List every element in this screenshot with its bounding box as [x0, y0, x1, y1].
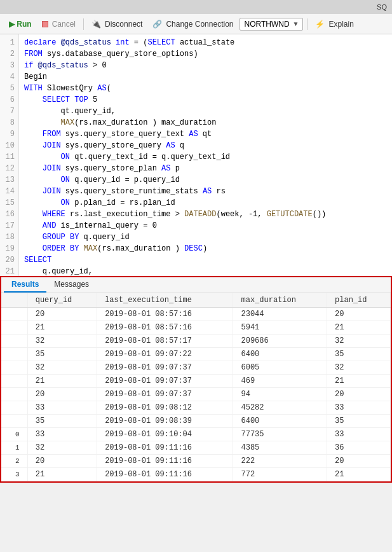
cell-plan-id: 36	[327, 441, 391, 455]
row-num	[1, 348, 27, 361]
cell-last-exec: 2019-08-01 09:11:16	[97, 455, 233, 468]
cell-query-id: 32	[27, 441, 97, 455]
toolbar: ▶ Run Cancel 🔌 Disconnect 🔗 Change Conne…	[0, 14, 392, 34]
table-row: 35 2019-08-01 09:08:39 6400 35	[1, 415, 391, 428]
explain-label: Explain	[328, 20, 353, 29]
cell-query-id: 32	[27, 361, 97, 375]
disconnect-button[interactable]: 🔌 Disconnect	[88, 18, 146, 30]
cell-max-dur: 469	[233, 375, 327, 388]
results-table-container[interactable]: query_id last_execution_time max_duratio…	[1, 293, 391, 481]
table-row: 3 21 2019-08-01 09:11:16 772 21	[1, 468, 391, 481]
table-row: 20 2019-08-01 08:57:16 23044 20	[1, 308, 391, 321]
cell-last-exec: 2019-08-01 09:07:37	[97, 375, 233, 388]
row-num	[1, 415, 27, 428]
disconnect-icon: 🔌	[91, 20, 101, 29]
table-row: 21 2019-08-01 08:57:16 5941 21	[1, 321, 391, 335]
row-num: 3	[1, 468, 27, 481]
cell-last-exec: 2019-08-01 08:57:17	[97, 335, 233, 348]
cell-max-dur: 45282	[233, 401, 327, 415]
cell-plan-id: 33	[327, 401, 391, 415]
cell-query-id: 35	[27, 348, 97, 361]
cell-plan-id: 21	[327, 321, 391, 335]
tab-results[interactable]: Results	[4, 277, 46, 293]
col-last-exec: last_execution_time	[97, 293, 233, 308]
explain-icon: ⚡	[315, 20, 325, 29]
cell-max-dur: 209686	[233, 335, 327, 348]
results-tabs: Results Messages	[1, 277, 391, 293]
cell-last-exec: 2019-08-01 08:57:16	[97, 308, 233, 321]
chevron-down-icon: ▼	[293, 20, 299, 27]
cell-plan-id: 32	[327, 335, 391, 348]
cell-query-id: 21	[27, 468, 97, 481]
change-connection-button[interactable]: 🔗 Change Connection	[149, 18, 237, 30]
run-button[interactable]: ▶ Run	[5, 18, 36, 30]
cell-last-exec: 2019-08-01 09:07:22	[97, 348, 233, 361]
cell-max-dur: 772	[233, 468, 327, 481]
results-table: query_id last_execution_time max_duratio…	[1, 293, 391, 481]
run-label: ▶ Run	[9, 20, 32, 29]
row-num	[1, 401, 27, 415]
table-row: 21 2019-08-01 09:07:37 469 21	[1, 375, 391, 388]
cell-query-id: 20	[27, 388, 97, 401]
cell-max-dur: 6005	[233, 361, 327, 375]
cell-last-exec: 2019-08-01 09:07:37	[97, 361, 233, 375]
table-row: 33 2019-08-01 09:08:12 45282 33	[1, 401, 391, 415]
cell-query-id: 33	[27, 428, 97, 441]
separator-1	[83, 18, 84, 30]
cell-query-id: 33	[27, 401, 97, 415]
table-row: 20 2019-08-01 09:07:37 94 20	[1, 388, 391, 401]
row-num: 1	[1, 441, 27, 455]
cell-max-dur: 6400	[233, 348, 327, 361]
change-connection-label: Change Connection	[166, 20, 233, 29]
cell-max-dur: 94	[233, 388, 327, 401]
table-row: 2 20 2019-08-01 09:11:16 222 20	[1, 455, 391, 468]
cell-plan-id: 20	[327, 455, 391, 468]
cell-max-dur: 5941	[233, 321, 327, 335]
row-num: 2	[1, 455, 27, 468]
table-row: 32 2019-08-01 08:57:17 209686 32	[1, 335, 391, 348]
main-area: 12345 678910 1112131415 1617181920 2122 …	[0, 34, 392, 552]
results-panel: Results Messages query_id last_execution…	[0, 276, 392, 483]
cell-max-dur: 6400	[233, 415, 327, 428]
explain-button[interactable]: ⚡ Explain	[311, 18, 357, 30]
cell-plan-id: 35	[327, 415, 391, 428]
row-num	[1, 335, 27, 348]
col-rownum	[1, 293, 27, 308]
cell-last-exec: 2019-08-01 09:11:16	[97, 441, 233, 455]
cancel-button[interactable]: Cancel	[38, 18, 79, 30]
cell-plan-id: 21	[327, 468, 391, 481]
cell-last-exec: 2019-08-01 09:08:39	[97, 415, 233, 428]
db-dropdown[interactable]: NORTHWND ▼	[240, 18, 303, 31]
disconnect-label: Disconnect	[105, 20, 142, 29]
cell-query-id: 21	[27, 375, 97, 388]
cell-plan-id: 32	[327, 361, 391, 375]
cancel-label: Cancel	[52, 20, 76, 29]
tab-messages[interactable]: Messages	[46, 277, 97, 293]
cell-plan-id: 20	[327, 388, 391, 401]
cell-max-dur: 222	[233, 455, 327, 468]
col-plan-id: plan_id	[327, 293, 391, 308]
cell-last-exec: 2019-08-01 09:10:04	[97, 428, 233, 441]
db-name: NORTHWND	[244, 20, 289, 29]
cell-max-dur: 23044	[233, 308, 327, 321]
cell-max-dur: 4385	[233, 441, 327, 455]
table-row: 0 33 2019-08-01 09:10:04 77735 33	[1, 428, 391, 441]
cell-query-id: 20	[27, 308, 97, 321]
cell-max-dur: 77735	[233, 428, 327, 441]
row-num	[1, 321, 27, 335]
cell-last-exec: 2019-08-01 08:57:16	[97, 321, 233, 335]
col-max-dur: max_duration	[233, 293, 327, 308]
cell-query-id: 32	[27, 335, 97, 348]
table-row: 1 32 2019-08-01 09:11:16 4385 36	[1, 441, 391, 455]
title-bar-right: SQ	[377, 3, 387, 11]
change-connection-icon: 🔗	[152, 20, 162, 29]
row-num	[1, 375, 27, 388]
table-row: 35 2019-08-01 09:07:22 6400 35	[1, 348, 391, 361]
line-numbers: 12345 678910 1112131415 1617181920 2122	[0, 34, 19, 276]
cell-plan-id: 21	[327, 375, 391, 388]
cell-last-exec: 2019-08-01 09:11:16	[97, 468, 233, 481]
cell-last-exec: 2019-08-01 09:08:12	[97, 401, 233, 415]
cell-query-id: 21	[27, 321, 97, 335]
col-query-id: query_id	[27, 293, 97, 308]
code-content[interactable]: declare @qds_status int = (SELECT actual…	[19, 34, 392, 276]
